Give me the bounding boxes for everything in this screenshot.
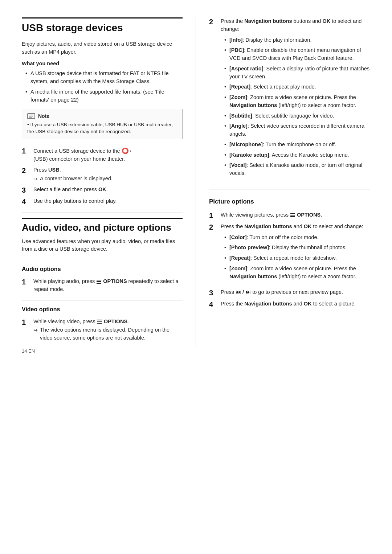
nav-bold-pic4: Navigation buttons	[244, 301, 292, 307]
subtitle-item: [Subtitle]: Select subtitle language for…	[224, 112, 370, 120]
microphone-item: [Microphone]: Turn the microphone on or …	[224, 141, 370, 149]
section1-title: USB storage devices	[22, 17, 183, 34]
section2-title: Audio, video, and picture options	[22, 218, 183, 233]
arrow-icon-video: ↪	[33, 327, 38, 334]
color-item: [Color]: Turn on or off the color mode.	[224, 234, 370, 242]
ok-bold: OK	[98, 186, 106, 192]
pic-step-1-content: While viewing pictures, press OPTIONS.	[221, 211, 322, 219]
prev-next-bold: ⏮ / ⏭	[236, 289, 251, 295]
options-icon-pic	[290, 213, 295, 217]
section-divider	[22, 213, 183, 213]
zoom-pic-item: [Zoom]: Zoom into a video scene or pictu…	[224, 265, 370, 281]
step-1-row: 1 Connect a USB storage device to the ⭕←…	[22, 147, 183, 163]
right-column: 2 Press the Navigation buttons buttons a…	[196, 17, 370, 348]
requirement-item-2: A media file in one of the supported fil…	[25, 88, 183, 104]
info-item: [Info]: Display the play information.	[224, 36, 370, 44]
video-step-1-num: 1	[22, 318, 30, 327]
step-4-row: 4 Use the play buttons to control play.	[22, 197, 183, 206]
arrow-icon: ↪	[33, 175, 38, 183]
note-icon	[27, 113, 35, 119]
requirements-list: A USB storage device that is formatted f…	[22, 70, 183, 104]
repeat-item: [Repeat]: Select a repeat play mode.	[224, 83, 370, 91]
step-4-content: Use the play buttons to control play.	[33, 197, 117, 205]
step-1-num: 1	[22, 147, 30, 155]
options-bold-pic: OPTIONS	[297, 212, 320, 218]
note-text: • If you use a USB extension cable, USB …	[27, 122, 177, 135]
pic-step-2-row: 2 Press the Navigation buttons and OK to…	[209, 223, 370, 286]
aspect-item: [Aspect ratio]: Select a display ratio o…	[224, 65, 370, 81]
note-label: Note	[38, 113, 49, 119]
step-2-num: 2	[22, 166, 30, 175]
audio-step-1-num: 1	[22, 278, 30, 286]
pic-step-1-row: 1 While viewing pictures, press OPTIONS.	[209, 211, 370, 220]
note-box: Note • If you use a USB extension cable,…	[22, 109, 183, 139]
step-3-content: Select a file and then press OK.	[33, 186, 108, 194]
zoom-item: [Zoom]: Zoom into a video scene or pictu…	[224, 94, 370, 110]
page-footer: 14 EN	[22, 348, 35, 354]
pic-step-4-num: 4	[209, 300, 217, 309]
picture-divider	[209, 189, 370, 189]
what-you-need-label: What you need	[22, 60, 183, 68]
step-4-num: 4	[22, 197, 30, 206]
right-step-2-row: 2 Press the Navigation buttons buttons a…	[209, 17, 370, 182]
photo-preview-item: [Photo preview]: Display the thumbnail o…	[224, 244, 370, 252]
nav-bold-1: Navigation buttons	[244, 18, 292, 24]
step-3-num: 3	[22, 186, 30, 194]
angle-item: [Angle]: Select video scenes recorded in…	[224, 122, 370, 138]
section2-intro: Use advanced features when you play audi…	[22, 238, 183, 254]
step-2-row: 2 Press USB. ↪ A content browser is disp…	[22, 166, 183, 183]
video-step-1-content: While viewing video, press OPTIONS. ↪ Th…	[33, 318, 183, 342]
picture-options-section: Picture options 1 While viewing pictures…	[209, 198, 370, 309]
right-steps-top: 2 Press the Navigation buttons buttons a…	[209, 17, 370, 182]
usb-bold: USB	[48, 167, 60, 173]
video-divider	[22, 300, 183, 300]
pic-step-3-content: Press ⏮ / ⏭ to go to previous or next pr…	[221, 288, 343, 296]
picture-options-title: Picture options	[209, 198, 370, 207]
picture-options-list: [Color]: Turn on or off the color mode. …	[221, 234, 370, 281]
ok-bold-pic: OK	[304, 223, 312, 229]
pic-step-4-content: Press the Navigation buttons and OK to s…	[221, 300, 356, 308]
options-icon	[97, 280, 101, 284]
pic-step-2-num: 2	[209, 223, 217, 231]
pbc-item: [PBC]: Enable or disable the content men…	[224, 46, 370, 62]
right-step-2-num: 2	[209, 17, 217, 26]
video-steps: 1 While viewing video, press OPTIONS. ↪ …	[22, 318, 183, 342]
video-step-1-sub: ↪ The video options menu is displayed. D…	[33, 326, 183, 342]
pic-step-3-row: 3 Press ⏮ / ⏭ to go to previous or next …	[209, 288, 370, 297]
video-step-1-row: 1 While viewing video, press OPTIONS. ↪ …	[22, 318, 183, 342]
picture-steps: 1 While viewing pictures, press OPTIONS.…	[209, 211, 370, 309]
audio-steps: 1 While playing audio, press OPTIONS rep…	[22, 278, 183, 294]
requirement-item-1: A USB storage device that is formatted f…	[25, 70, 183, 86]
options-bold-video: OPTIONS	[104, 319, 127, 324]
vocal-item: [Vocal]: Select a Karaoke audio mode, or…	[224, 161, 370, 177]
video-options-title: Video options	[22, 306, 183, 314]
note-header: Note	[27, 113, 177, 119]
ok-bold-1: OK	[322, 18, 330, 24]
pic-step-1-num: 1	[209, 211, 217, 220]
step-3-row: 3 Select a file and then press OK.	[22, 186, 183, 194]
left-column: USB storage devices Enjoy pictures, audi…	[22, 17, 196, 348]
section1-intro: Enjoy pictures, audio, and video stored …	[22, 40, 183, 56]
video-options-list: [Info]: Display the play information. [P…	[221, 36, 370, 177]
audio-divider	[22, 260, 183, 260]
audio-step-1-row: 1 While playing audio, press OPTIONS rep…	[22, 278, 183, 294]
karaoke-item: [Karaoke setup]: Access the Karaoke setu…	[224, 151, 370, 159]
repeat-pic-item: [Repeat]: Select a repeat mode for slide…	[224, 254, 370, 262]
right-step-2-content: Press the Navigation buttons buttons and…	[221, 17, 370, 182]
step-2-sub: ↪ A content browser is displayed.	[33, 175, 113, 183]
usb-steps: 1 Connect a USB storage device to the ⭕←…	[22, 147, 183, 206]
step-2-content: Press USB. ↪ A content browser is displa…	[33, 166, 113, 183]
audio-step-1-content: While playing audio, press OPTIONS repea…	[33, 278, 183, 294]
nav-bold-pic: Navigation buttons	[244, 223, 292, 229]
audio-options-title: Audio options	[22, 266, 183, 274]
usb-icon: ⭕←	[122, 148, 135, 154]
step-1-content: Connect a USB storage device to the ⭕← (…	[33, 147, 135, 163]
pic-step-2-content: Press the Navigation buttons and OK to s…	[221, 223, 370, 286]
options-icon-video	[97, 320, 102, 324]
pic-step-4-row: 4 Press the Navigation buttons and OK to…	[209, 300, 370, 309]
options-bold: OPTIONS	[103, 278, 127, 284]
ok-bold-pic4: OK	[304, 301, 312, 307]
pic-step-3-num: 3	[209, 288, 217, 297]
